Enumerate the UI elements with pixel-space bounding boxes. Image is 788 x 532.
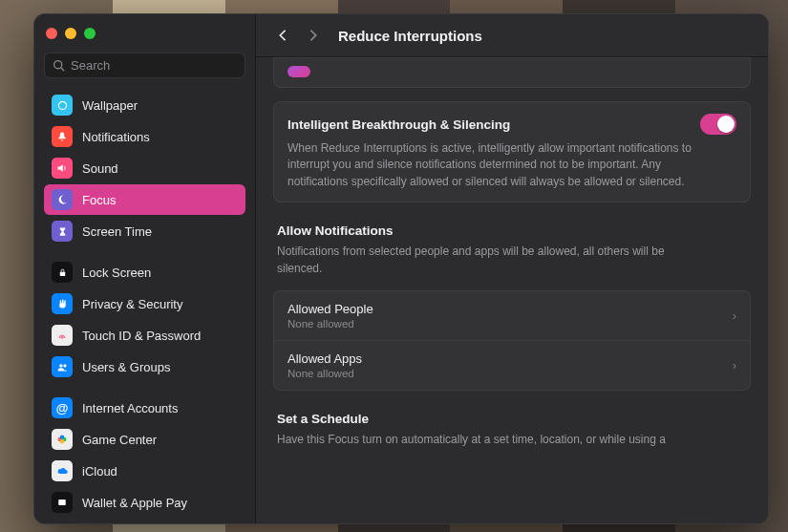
bell-icon (52, 126, 73, 147)
allowed-apps-row[interactable]: Allowed Apps None allowed › (274, 340, 750, 390)
schedule-description: Have this Focus turn on automatically at… (277, 432, 697, 448)
sidebar-item-label: Game Center (82, 433, 157, 447)
sidebar-item-screen-time[interactable]: Screen Time (44, 216, 245, 246)
svg-point-0 (54, 61, 62, 69)
sidebar-item-label: Focus (82, 193, 116, 207)
allow-heading: Allow Notifications (277, 223, 747, 238)
titlebar: Reduce Interruptions (256, 14, 768, 57)
svg-point-5 (59, 364, 62, 367)
intelligent-breakthrough-card: Intelligent Breakthrough & Silencing Whe… (273, 101, 751, 202)
svg-rect-11 (58, 500, 66, 505)
sidebar-item-label: Wallet & Apple Pay (82, 496, 187, 510)
sidebar-list: WallpaperNotificationsSoundFocusScreen T… (44, 90, 245, 523)
lock-icon (52, 262, 73, 283)
sidebar-item-privacy-security[interactable]: Privacy & Security (44, 288, 245, 319)
sidebar-item-label: Wallpaper (82, 98, 138, 113)
speaker-icon (52, 158, 73, 179)
allowed-people-label: Allowed People (288, 302, 373, 316)
schedule-header: Set a Schedule Have this Focus turn on a… (273, 412, 751, 448)
svg-line-1 (61, 68, 64, 71)
content-scroll[interactable]: Intelligent Breakthrough & Silencing Whe… (256, 57, 768, 523)
hand-icon (52, 293, 73, 314)
moon-icon (52, 189, 73, 210)
chevron-right-icon: › (733, 309, 736, 323)
sidebar-item-label: Users & Groups (82, 360, 170, 374)
nav-back-button[interactable] (273, 26, 292, 45)
content-pane: Reduce Interruptions Intelligent Breakth… (256, 14, 768, 523)
sidebar-item-label: iCloud (82, 464, 117, 479)
sidebar-item-label: Lock Screen (82, 266, 151, 280)
sidebar-item-label: Internet Accounts (82, 401, 178, 415)
system-settings-window: WallpaperNotificationsSoundFocusScreen T… (33, 13, 769, 524)
svg-rect-3 (59, 271, 65, 275)
sidebar-item-label: Sound (82, 161, 118, 176)
sidebar-item-sound[interactable]: Sound (44, 153, 245, 183)
sidebar-item-notifications[interactable]: Notifications (44, 121, 245, 152)
sidebar-item-game-center[interactable]: Game Center (44, 424, 245, 455)
search-icon (53, 59, 65, 72)
close-window-button[interactable] (46, 28, 57, 39)
svg-point-10 (60, 439, 65, 444)
users-icon (52, 356, 73, 377)
cloud-icon (52, 460, 73, 481)
game-icon (52, 429, 73, 450)
allow-description: Notifications from selected people and a… (277, 244, 697, 277)
intelligent-description: When Reduce Interruptions is active, int… (288, 140, 708, 190)
sidebar-item-icloud[interactable]: iCloud (44, 456, 245, 486)
svg-point-6 (63, 364, 66, 367)
intelligent-heading: Intelligent Breakthrough & Silencing (288, 117, 510, 132)
intelligent-toggle[interactable] (700, 114, 736, 135)
allowed-apps-sub: None allowed (288, 368, 362, 379)
allow-notifications-header: Allow Notifications Notifications from s… (273, 223, 751, 277)
allowed-apps-label: Allowed Apps (288, 351, 362, 366)
wallpaper-icon (52, 95, 73, 116)
page-title: Reduce Interruptions (338, 28, 482, 44)
sidebar-item-touch-id-password[interactable]: Touch ID & Password (44, 320, 245, 351)
chevron-right-icon: › (733, 358, 736, 372)
allowed-people-row[interactable]: Allowed People None allowed › (274, 291, 750, 340)
sidebar-item-focus[interactable]: Focus (44, 184, 245, 215)
finger-icon (52, 325, 73, 346)
sidebar-item-label: Screen Time (82, 224, 152, 239)
focus-color-swatch (288, 66, 310, 77)
schedule-heading: Set a Schedule (277, 412, 747, 426)
sidebar-item-lock-screen[interactable]: Lock Screen (44, 257, 245, 287)
allowed-list-card: Allowed People None allowed › Allowed Ap… (273, 290, 751, 391)
search-input[interactable] (71, 58, 237, 73)
window-controls (44, 24, 245, 53)
nav-forward-button[interactable] (304, 26, 323, 45)
wallet-icon (52, 492, 73, 513)
allowed-people-sub: None allowed (288, 318, 373, 330)
previous-section-fragment (273, 57, 751, 88)
sidebar-item-wallet-apple-pay[interactable]: Wallet & Apple Pay (44, 487, 245, 518)
svg-point-9 (60, 436, 65, 440)
minimize-window-button[interactable] (65, 28, 76, 39)
sidebar-item-wallpaper[interactable]: Wallpaper (44, 90, 245, 120)
search-field[interactable] (44, 53, 245, 78)
hourglass-icon (52, 221, 73, 242)
maximize-window-button[interactable] (84, 28, 96, 39)
sidebar-item-label: Notifications (82, 130, 150, 144)
sidebar: WallpaperNotificationsSoundFocusScreen T… (34, 14, 256, 523)
at-icon: @ (52, 397, 73, 418)
sidebar-item-internet-accounts[interactable]: @Internet Accounts (44, 393, 245, 423)
svg-point-4 (62, 338, 63, 339)
sidebar-item-users-groups[interactable]: Users & Groups (44, 351, 245, 382)
sidebar-item-label: Touch ID & Password (82, 329, 201, 343)
sidebar-item-label: Privacy & Security (82, 297, 182, 311)
